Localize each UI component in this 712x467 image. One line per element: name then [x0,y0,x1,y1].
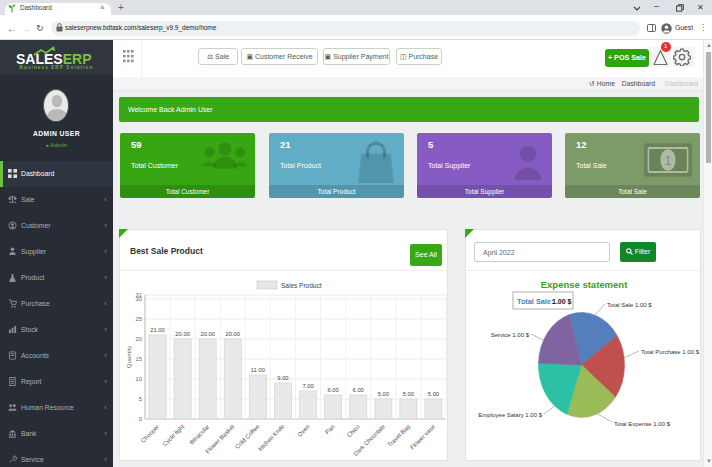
svg-text:5.00: 5.00 [378,391,389,397]
svg-text:9.00: 9.00 [277,375,288,381]
svg-text:Oven: Oven [296,423,310,437]
svg-text:1.00 $: 1.00 $ [552,298,572,306]
svg-text:Flower vase: Flower vase [409,423,437,451]
svg-text:Employee Salary 1.00 $: Employee Salary 1.00 $ [478,412,542,418]
svg-text:Expense statement: Expense statement [541,279,628,290]
svg-text:Travel Bag: Travel Bag [386,423,411,448]
svg-text:Total Sale 1.00 $: Total Sale 1.00 $ [607,302,652,308]
svg-text:Pan: Pan [324,423,336,435]
svg-text:Quantity: Quantity [126,346,132,368]
svg-text:5.00: 5.00 [428,391,439,397]
svg-text:6.00: 6.00 [327,387,338,393]
svg-text:6.00: 6.00 [353,387,364,393]
svg-text:20.00: 20.00 [200,331,215,337]
svg-text:5.00: 5.00 [403,391,414,397]
svg-text:0: 0 [139,416,142,422]
svg-text:10: 10 [136,376,142,382]
svg-text:20.00: 20.00 [226,331,241,337]
svg-text:Total Sale:: Total Sale: [517,297,553,306]
svg-text:11.00: 11.00 [251,367,265,373]
svg-text:5: 5 [139,396,142,402]
svg-text:Total Expense 1.00 $: Total Expense 1.00 $ [614,421,671,427]
svg-text:20: 20 [136,336,142,342]
svg-text:Chooper: Chooper [140,423,161,444]
svg-text:Sales Product: Sales Product [281,282,322,289]
svg-text:kitchen Knife: kitchen Knife [257,423,286,452]
svg-text:15: 15 [136,356,142,362]
svg-text:Binacular: Binacular [188,423,210,445]
svg-text:20.00: 20.00 [175,331,190,337]
svg-text:Service 1.00 $: Service 1.00 $ [491,332,530,338]
svg-text:Total Purchase 1.00 $: Total Purchase 1.00 $ [641,349,700,355]
svg-text:1: 1 [665,153,672,168]
svg-text:7.00: 7.00 [302,383,313,389]
svg-text:25: 25 [136,316,142,322]
svg-text:Cycle light: Cycle light [162,423,186,447]
svg-text:31: 31 [136,292,142,298]
svg-text:Chico: Chico [346,423,362,439]
svg-text:21.00: 21.00 [150,327,165,333]
svg-text:Cold Coffee: Cold Coffee [234,423,261,450]
